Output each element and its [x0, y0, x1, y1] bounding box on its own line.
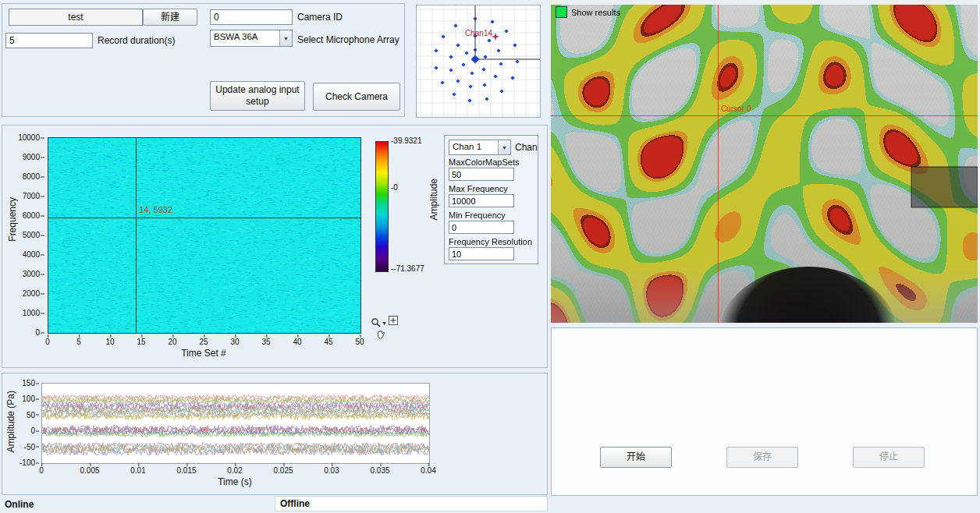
tick-label: 0.015 [176, 466, 196, 475]
max-frequency-label: Max Frequency [449, 184, 508, 193]
tick-label: 0.025 [273, 466, 293, 475]
max-colormap-label: MaxColorMapSets [449, 157, 519, 167]
tick-label: 10 [105, 338, 114, 346]
mic-array-dropdown[interactable]: BSWA 36A ▼ [210, 30, 293, 47]
spectrogram-x-axis-ticks: 05101520253035404550 [48, 336, 360, 345]
acoustic-image-canvas[interactable] [551, 5, 978, 323]
waveform-x-axis-ticks: 00.0050.010.0150.020.0250.030.0350.04 [41, 465, 428, 474]
actions-panel: 开始 保存 停止 [551, 327, 978, 496]
channel-dropdown[interactable]: Chan 1 ▼ [449, 140, 511, 155]
waveform-plot[interactable] [41, 383, 430, 464]
spectrogram-y-axis-ticks: 1000090008000700060005000400030002000100… [10, 137, 44, 332]
waveform-y-axis-ticks: 150100500-50-100 [9, 383, 38, 462]
tick-label: 3000 [5, 270, 40, 278]
amplitude-colorbar [375, 141, 389, 272]
tick-label: 5 [76, 338, 81, 346]
stop-button[interactable]: 停止 [853, 447, 925, 468]
camera-view[interactable]: Show results Cursor 0 [551, 5, 978, 323]
cursor-tool-icon[interactable] [389, 316, 398, 325]
tick-label: 150 [5, 379, 35, 387]
tick-label: 0 [39, 466, 44, 475]
min-frequency-input[interactable] [449, 221, 514, 234]
tick-label: 7000 [5, 192, 40, 200]
camera-id-input[interactable] [210, 9, 293, 25]
waveform-x-axis-label: Time (s) [41, 476, 428, 487]
waveform-panel: Amplitude (Pa) 150100500-50-100 00.0050.… [2, 373, 548, 495]
min-frequency-label: Min Frequency [449, 211, 506, 220]
mic-array-geometry-plot[interactable] [417, 5, 540, 117]
record-duration-label: Record duration(s) [98, 35, 175, 46]
spectrogram-panel: Frequency 100009000800070006000500040003… [2, 125, 548, 368]
tick-label: 1000 [5, 309, 40, 317]
record-duration-input[interactable] [5, 33, 93, 48]
start-button[interactable]: 开始 [600, 447, 672, 468]
tick-label: 25 [199, 338, 208, 346]
tick-label: 6000 [5, 211, 40, 220]
show-results-led [556, 6, 567, 18]
tick-label: 0.04 [421, 466, 435, 475]
spectrogram-cursor-label: 14, 5932 [139, 205, 172, 214]
tick-label: 8000 [5, 172, 40, 181]
frequency-resolution-label: Frequency Resolution [449, 237, 532, 246]
test-name-input[interactable] [9, 9, 143, 26]
tick-label: 4000 [5, 250, 40, 259]
tick-label: 10000 [5, 133, 40, 142]
tick-label: 5000 [5, 231, 40, 239]
tick-label: 0 [5, 426, 35, 435]
online-status-label: Online [5, 499, 34, 510]
tick-label: -100 [5, 458, 35, 467]
show-results-label: Show results [571, 8, 620, 17]
tick-label: 40 [293, 338, 301, 346]
colorbar-axis-label: Amplitude [428, 179, 439, 220]
tick-label: 0.01 [130, 466, 145, 475]
setup-panel: 新建 Camera ID Record duration(s) BSWA 36A… [2, 3, 405, 117]
tick-label: 50 [355, 338, 364, 346]
tick-label: 45 [324, 338, 332, 346]
graph-tools: ▼ [371, 316, 405, 347]
max-frequency-input[interactable] [449, 194, 514, 207]
mic-array-plot[interactable]: Chan14 [416, 5, 541, 118]
spectrogram-cursor-vline[interactable] [136, 138, 137, 333]
mic-channel-cursor-label: Chan14 [465, 29, 492, 37]
new-button[interactable]: 新建 [143, 9, 197, 26]
camera-id-label: Camera ID [297, 12, 343, 23]
spectrogram-x-axis-label: Time Set # [48, 348, 360, 359]
spectrogram-canvas[interactable] [48, 138, 360, 333]
tick-label: 100 [5, 394, 35, 403]
camera-cursor-label: Cursor 0 [721, 104, 751, 113]
tick-label: 20 [168, 338, 176, 346]
zoom-tool-icon[interactable] [371, 317, 382, 328]
tick-label: -50 [5, 442, 35, 451]
check-camera-button[interactable]: Check Camera [313, 83, 400, 111]
tick-label: 9000 [5, 153, 40, 161]
tick-label: 0 [5, 328, 40, 337]
zoom-tool-dropdown-icon[interactable]: ▼ [382, 320, 387, 326]
tick-label: 0.035 [370, 466, 389, 475]
spectrogram-plot[interactable]: 14, 5932 [48, 137, 361, 334]
update-analog-input-button[interactable]: Update analog input setup [210, 81, 305, 111]
spectrogram-cursor-hline[interactable] [48, 218, 360, 218]
waveform-canvas[interactable] [42, 384, 429, 463]
dropdown-arrow-icon: ▼ [498, 140, 510, 154]
tick-label: 15 [137, 338, 145, 346]
max-colormap-input[interactable] [449, 168, 514, 181]
tick-label: 0.02 [227, 466, 242, 475]
display-controls-box: Chan 1 ▼ Chan MaxColorMapSets Max Freque… [444, 135, 538, 264]
colorbar-mid-value: -0 [391, 183, 398, 192]
channel-label: Chan [515, 142, 538, 153]
colorbar-min-value: --71.3677 [391, 264, 424, 273]
pan-hand-tool-icon[interactable] [375, 329, 385, 339]
tick-label: 0 [45, 338, 50, 346]
camera-cursor-vline[interactable] [718, 5, 719, 323]
mic-array-selected-value: BSWA 36A [211, 30, 279, 46]
colorbar-max-value: -39.9321 [391, 136, 421, 145]
tick-label: 50 [5, 410, 35, 419]
offline-status-field: Offline [275, 496, 548, 511]
show-results-indicator: Show results [556, 6, 620, 18]
tick-label: 0.005 [80, 466, 99, 475]
save-button[interactable]: 保存 [726, 447, 798, 468]
tick-label: 2000 [5, 289, 40, 298]
offline-status-label: Offline [280, 498, 310, 509]
camera-cursor-hline[interactable] [551, 115, 978, 116]
frequency-resolution-input[interactable] [449, 247, 514, 260]
